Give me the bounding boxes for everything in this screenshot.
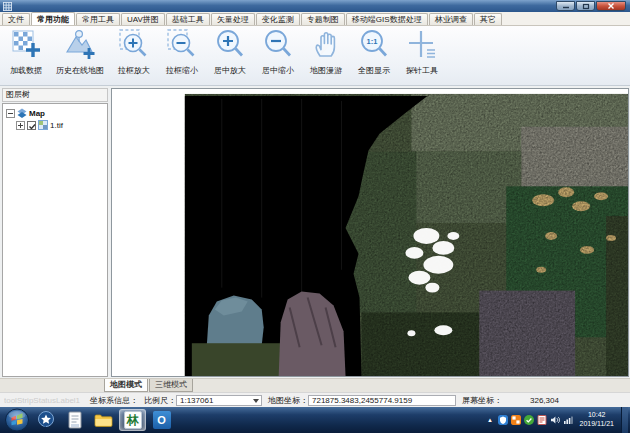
layer-tree: Map 1.tif (2, 103, 108, 377)
ribbon-tabstrip: 文件 常用功能 常用工具 UAV拼图 基础工具 矢量处理 变化监测 专题制图 移… (0, 12, 630, 26)
history-online-map-button[interactable]: 历史在线地图 (50, 28, 110, 84)
tool-label: 居中缩小 (262, 65, 294, 76)
minimize-icon (562, 3, 570, 9)
tab-common-functions[interactable]: 常用功能 (31, 12, 75, 25)
expand-expander-icon[interactable] (16, 121, 25, 130)
taskbar-star-app-button[interactable] (32, 409, 59, 431)
raster-layer-icon (38, 120, 48, 130)
tool-label: 加载数据 (10, 65, 42, 76)
taskbar-explorer-button[interactable] (90, 409, 117, 431)
tab-forestry-survey[interactable]: 林业调查 (429, 13, 473, 25)
taskbar-lin-app-button[interactable]: 林 (119, 409, 146, 431)
screen-coord-label: 屏幕坐标： (462, 395, 502, 406)
minimize-button[interactable] (556, 1, 575, 11)
document-tray-icon[interactable] (537, 415, 547, 425)
network-icon[interactable] (563, 415, 573, 425)
star-app-icon (37, 411, 55, 429)
tree-node-label: 1.tif (50, 121, 63, 130)
close-button[interactable] (596, 1, 626, 11)
layer-visibility-checkbox[interactable] (27, 121, 36, 130)
center-zoom-in-button[interactable]: 居中放大 (206, 28, 254, 84)
lin-app-icon: 林 (124, 411, 142, 429)
tab-thematic-mapping[interactable]: 专题制图 (301, 13, 345, 25)
tab-basic-tools[interactable]: 基础工具 (166, 13, 210, 25)
tab-common-tools[interactable]: 常用工具 (76, 13, 120, 25)
box-zoom-in-button[interactable]: 拉框放大 (110, 28, 158, 84)
app-logo-icon (3, 2, 12, 11)
maximize-icon (582, 3, 590, 10)
svg-text:1:1: 1:1 (367, 37, 378, 46)
ime-tray-icon[interactable] (511, 415, 521, 425)
map-pan-button[interactable]: 地图漫游 (302, 28, 350, 84)
history-online-map-icon (64, 28, 96, 64)
map-pan-icon (310, 28, 342, 64)
center-zoom-in-icon (214, 28, 246, 64)
tab-other[interactable]: 其它 (474, 13, 502, 25)
tool-label: 历史在线地图 (56, 65, 104, 76)
hidden-icons-arrow[interactable]: ▲ (484, 415, 495, 426)
antivirus-tray-icon[interactable] (498, 415, 508, 425)
title-bar (0, 0, 630, 12)
map-coord-value: 721875.3483,2455774.9159 (308, 395, 456, 406)
box-zoom-out-icon (166, 28, 198, 64)
check-icon (28, 122, 37, 131)
tree-node-map[interactable]: Map (6, 107, 107, 119)
folder-icon (94, 412, 113, 428)
box-zoom-in-icon (118, 28, 150, 64)
status-bar: toolStripStatusLabel1 坐标系信息： 比例尺： 1:1370… (0, 392, 630, 407)
tool-label: 拉框缩小 (166, 65, 198, 76)
taskbar-notepad-button[interactable] (61, 409, 88, 431)
map-coord-label: 地图坐标： (268, 395, 308, 406)
close-icon (607, 2, 615, 10)
full-extent-button[interactable]: 1:1 全图显示 (350, 28, 398, 84)
tool-label: 拉框放大 (118, 65, 150, 76)
tab-vector-processing[interactable]: 矢量处理 (211, 13, 255, 25)
taskbar-o-app-button[interactable]: O (148, 409, 175, 431)
load-data-button[interactable]: 加载数据 (2, 28, 50, 84)
tab-change-monitoring[interactable]: 变化监测 (256, 13, 300, 25)
taskbar-clock[interactable]: 10:42 2019/11/21 (579, 411, 614, 429)
scale-combo[interactable]: 1:137061 (176, 395, 262, 406)
tree-node-layer[interactable]: 1.tif (6, 119, 107, 131)
tool-label: 探针工具 (406, 65, 438, 76)
tab-3d-mode[interactable]: 三维模式 (149, 379, 193, 392)
tool-label: 居中放大 (214, 65, 246, 76)
application-window: 文件 常用功能 常用工具 UAV拼图 基础工具 矢量处理 变化监测 专题制图 移… (0, 0, 630, 433)
tab-map-mode[interactable]: 地图模式 (104, 379, 148, 392)
full-extent-icon: 1:1 (358, 28, 390, 64)
probe-tool-button[interactable]: 探针工具 (398, 28, 446, 84)
safety-tray-icon[interactable] (524, 415, 534, 425)
show-desktop-button[interactable] (621, 407, 628, 433)
taskbar: 林 O ▲ (0, 407, 630, 433)
start-button[interactable] (4, 408, 30, 432)
tab-mobile-gis-data[interactable]: 移动端GIS数据处理 (346, 13, 428, 25)
chevron-down-icon (253, 399, 259, 403)
tab-uav-mosaic[interactable]: UAV拼图 (121, 13, 165, 25)
tool-label: 地图漫游 (310, 65, 342, 76)
status-placeholder-label: toolStripStatusLabel1 (4, 396, 84, 405)
box-zoom-out-button[interactable]: 拉框缩小 (158, 28, 206, 84)
layer-panel-title: 图层树 (2, 88, 108, 102)
map-layers-icon (17, 108, 27, 119)
maximize-button[interactable] (576, 1, 595, 11)
satellite-imagery (112, 89, 628, 376)
volume-icon[interactable] (550, 415, 560, 425)
center-zoom-out-button[interactable]: 居中缩小 (254, 28, 302, 84)
o-app-icon: O (153, 411, 171, 429)
collapse-expander-icon[interactable] (6, 109, 15, 118)
ribbon-toolbar: 加载数据 历史在线地图 拉框放大 (0, 26, 630, 86)
view-mode-strip: 地图模式 三维模式 (0, 378, 630, 392)
tool-label: 全图显示 (358, 65, 390, 76)
load-data-icon (10, 28, 42, 64)
scale-label: 比例尺： (144, 395, 176, 406)
map-canvas[interactable] (111, 88, 629, 377)
clock-date: 2019/11/21 (579, 420, 614, 429)
scale-value: 1:137061 (180, 396, 213, 405)
probe-tool-icon (406, 28, 438, 64)
tab-file[interactable]: 文件 (2, 13, 30, 25)
screen-coord-value: 326,304 (530, 396, 559, 405)
workspace: 图层树 Map (0, 86, 630, 392)
notepad-icon (67, 411, 83, 429)
system-tray: ▲ 10:42 2019 (484, 407, 628, 433)
coord-sys-label: 坐标系信息： (90, 395, 138, 406)
